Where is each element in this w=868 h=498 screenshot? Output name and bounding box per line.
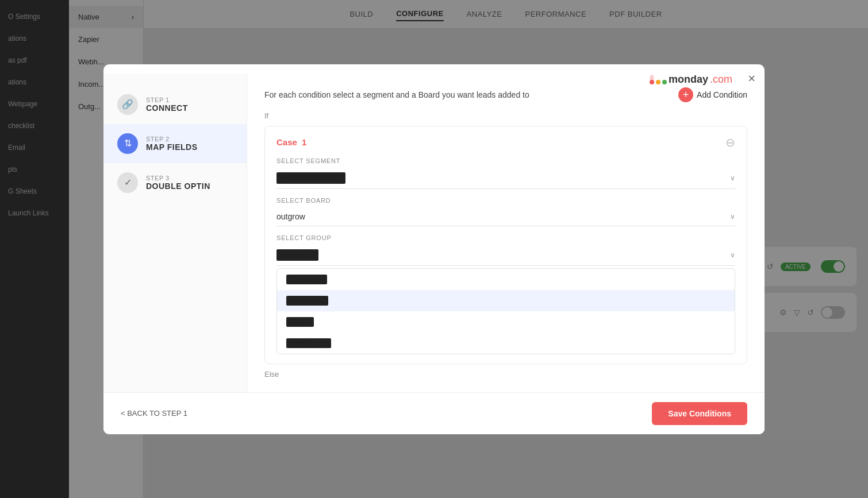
case-title: Case 1 (276, 137, 306, 147)
group-dropdown: This week Next week Group New Group (276, 268, 735, 354)
step-doubleoptin-icon: ✓ (117, 172, 138, 193)
select-segment-chevron: ∨ (730, 174, 735, 182)
step3-name: DOUBLE OPTIN (146, 182, 210, 191)
if-label: If (264, 111, 747, 120)
steps-sidebar: 🔗 STEP 1 CONNECT ⇅ STEP 2 MAP FIELDS (103, 74, 247, 392)
step2-number: STEP 2 (146, 136, 198, 142)
select-group-value: Next week (276, 249, 318, 261)
add-condition-button[interactable]: + Add Condition (678, 87, 747, 102)
content-header-text: For each condition select a segment and … (264, 90, 529, 99)
select-group-chevron: ∨ (730, 251, 735, 259)
select-group-label: SELECT GROUP (276, 234, 735, 241)
dropdown-item-group[interactable]: Group (277, 311, 735, 333)
step2-name: MAP FIELDS (146, 142, 198, 152)
plus-circle-icon: + (678, 87, 693, 102)
step-mapfields-text: STEP 2 MAP FIELDS (146, 136, 198, 152)
select-board-row[interactable]: outgrow ∨ (276, 207, 735, 226)
modal-content-area: For each condition select a segment and … (247, 74, 765, 392)
modal-overlay: monday.com × 🔗 STEP 1 CONNECT ⇅ (0, 0, 868, 498)
dropdown-item-newgroup[interactable]: New Group (277, 333, 735, 354)
select-segment-label: SELECT SEGMENT (276, 157, 735, 164)
else-label: Else (264, 370, 747, 379)
step-doubleoptin-text: STEP 3 DOUBLE OPTIN (146, 175, 210, 191)
modal-body: 🔗 STEP 1 CONNECT ⇅ STEP 2 MAP FIELDS (103, 74, 765, 392)
remove-case-button[interactable]: ⊖ (725, 136, 735, 149)
modal-footer: < BACK TO STEP 1 Save Conditions (103, 392, 765, 434)
select-segment-row[interactable]: Email Start with G ∨ (276, 168, 735, 189)
step-connect[interactable]: 🔗 STEP 1 CONNECT (103, 85, 247, 124)
step3-number: STEP 3 (146, 175, 210, 182)
step-mapfields-icon: ⇅ (117, 133, 138, 154)
step1-number: STEP 1 (146, 96, 188, 103)
step-map-fields[interactable]: ⇅ STEP 2 MAP FIELDS (103, 124, 247, 163)
select-segment-value: Email Start with G (276, 172, 345, 184)
case-header: Case 1 ⊖ (276, 136, 735, 149)
modal: monday.com × 🔗 STEP 1 CONNECT ⇅ (103, 64, 765, 434)
back-to-step1-button[interactable]: < BACK TO STEP 1 (121, 409, 187, 418)
case-number: 1 (302, 137, 306, 147)
select-board-label: SELECT BOARD (276, 197, 735, 204)
step1-name: CONNECT (146, 103, 188, 113)
step-connect-text: STEP 1 CONNECT (146, 96, 188, 113)
content-header: For each condition select a segment and … (264, 87, 747, 102)
save-conditions-button[interactable]: Save Conditions (652, 402, 747, 425)
select-board-value: outgrow (276, 212, 305, 221)
add-condition-label: Add Condition (697, 90, 747, 99)
step-double-optin[interactable]: ✓ STEP 3 DOUBLE OPTIN (103, 163, 247, 202)
dropdown-item-nextweek[interactable]: Next week (277, 290, 735, 311)
dropdown-item-thisweek[interactable]: This week (277, 269, 735, 290)
case-card: Case 1 ⊖ SELECT SEGMENT Email Start with… (264, 126, 747, 364)
step-connect-icon: 🔗 (117, 94, 138, 115)
select-board-chevron: ∨ (730, 213, 735, 221)
modal-header: monday.com × (103, 64, 765, 74)
select-group-row[interactable]: Next week ∨ (276, 245, 735, 266)
